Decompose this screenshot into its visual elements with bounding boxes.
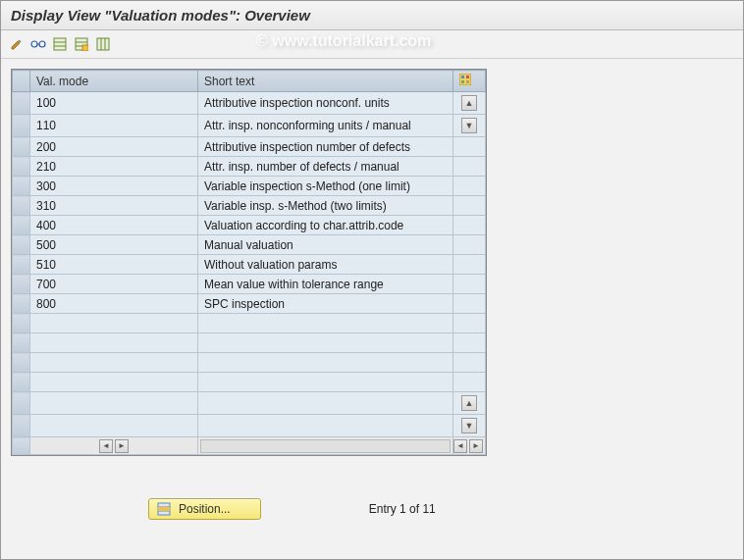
row-selector[interactable] [13, 353, 30, 373]
cell-valmode[interactable]: 210 [30, 157, 198, 177]
row-selector[interactable] [13, 196, 30, 216]
corner-cell[interactable] [13, 71, 30, 92]
page-title: Display View "Valuation modes": Overview [1, 1, 743, 30]
change-icon[interactable] [7, 34, 27, 54]
hscroll-left-icon[interactable]: ◄ [99, 439, 113, 453]
table-row[interactable]: 100Attributive inspection nonconf. units… [13, 92, 486, 115]
table-row[interactable]: 700Mean value within tolerance range [13, 275, 486, 294]
hscroll-right-icon-2[interactable]: ► [469, 439, 483, 453]
table-row[interactable] [13, 314, 486, 333]
row-selector[interactable] [13, 255, 30, 275]
table-row[interactable] [13, 333, 486, 353]
table-row[interactable] [13, 373, 486, 392]
vscroll-track [453, 373, 486, 392]
row-selector[interactable] [13, 333, 30, 353]
cell-shorttext[interactable] [198, 353, 453, 373]
vscroll-track [453, 137, 486, 157]
vscroll-track [453, 333, 486, 353]
row-selector[interactable] [13, 294, 30, 314]
cell-shorttext[interactable]: Attributive inspection number of defects [198, 137, 453, 157]
cell-shorttext[interactable]: Attr. insp. nonconforming units / manual [198, 115, 453, 137]
table-row[interactable]: 310Variable insp. s-Method (two limits) [13, 196, 486, 216]
row-selector[interactable] [13, 92, 30, 115]
table-row[interactable]: 500Manual valuation [13, 235, 486, 255]
row-selector[interactable] [13, 373, 30, 392]
cell-valmode[interactable]: 700 [30, 275, 198, 294]
table-row[interactable]: 400Valuation according to char.attrib.co… [13, 216, 486, 235]
cell-valmode[interactable]: 100 [30, 92, 198, 115]
table-row[interactable]: 800SPC inspection [13, 294, 486, 314]
row-selector[interactable] [13, 115, 30, 137]
cell-shorttext[interactable]: Attr. insp. number of defects / manual [198, 157, 453, 177]
cell-valmode[interactable] [30, 415, 198, 437]
row-selector[interactable] [13, 235, 30, 255]
cell-shorttext[interactable] [198, 415, 453, 437]
vscroll-up-icon-2[interactable]: ▲ [461, 395, 477, 411]
row-selector[interactable] [13, 392, 30, 415]
row-selector[interactable] [13, 275, 30, 294]
cell-valmode[interactable]: 300 [30, 177, 198, 196]
cell-shorttext[interactable]: Mean value within tolerance range [198, 275, 453, 294]
cell-shorttext[interactable]: Without valuation params [198, 255, 453, 275]
row-selector[interactable] [13, 177, 30, 196]
svg-rect-14 [466, 76, 469, 78]
table-icon-3[interactable] [93, 34, 113, 54]
table-row[interactable]: ▼ [13, 415, 486, 437]
hscroll-left-icon-2[interactable]: ◄ [453, 439, 467, 453]
cell-shorttext[interactable]: Manual valuation [198, 235, 453, 255]
cell-valmode[interactable]: 110 [30, 115, 198, 137]
cell-shorttext[interactable]: Variable inspection s-Method (one limit) [198, 177, 453, 196]
cell-shorttext[interactable] [198, 392, 453, 415]
toolbar [1, 30, 743, 59]
glasses-icon[interactable] [28, 34, 48, 54]
svg-rect-13 [461, 76, 464, 78]
cell-valmode[interactable]: 400 [30, 216, 198, 235]
hscroll-track[interactable] [200, 439, 451, 453]
row-selector[interactable] [13, 314, 30, 333]
cell-valmode[interactable]: 510 [30, 255, 198, 275]
table-row[interactable]: 210Attr. insp. number of defects / manua… [13, 157, 486, 177]
row-selector[interactable] [13, 415, 30, 437]
cell-shorttext[interactable]: Variable insp. s-Method (two limits) [198, 196, 453, 216]
table-icon-1[interactable] [50, 34, 70, 54]
row-selector[interactable] [13, 216, 30, 235]
table-row[interactable]: ▲ [13, 392, 486, 415]
vscroll-down-icon-2[interactable]: ▼ [461, 418, 477, 433]
cell-valmode[interactable] [30, 333, 198, 353]
position-button[interactable]: Position... [148, 498, 261, 520]
vscroll-track [453, 353, 486, 373]
cell-valmode[interactable] [30, 314, 198, 333]
cell-shorttext[interactable] [198, 373, 453, 392]
table-icon-2[interactable] [72, 34, 91, 54]
table-config-icon[interactable] [453, 71, 486, 92]
column-header-shorttext[interactable]: Short text [198, 71, 453, 92]
vscroll-down-icon[interactable]: ▼ [461, 118, 477, 133]
svg-rect-8 [82, 45, 88, 51]
table-row[interactable]: 300Variable inspection s-Method (one lim… [13, 177, 486, 196]
table-container: Val. mode Short text 100Attributive insp… [11, 69, 487, 456]
cell-valmode[interactable] [30, 392, 198, 415]
table-row[interactable]: 200Attributive inspection number of defe… [13, 137, 486, 157]
cell-valmode[interactable]: 310 [30, 196, 198, 216]
hscroll-right-icon[interactable]: ► [115, 439, 129, 453]
table-row[interactable]: 110Attr. insp. nonconforming units / man… [13, 115, 486, 137]
cell-shorttext[interactable]: Valuation according to char.attrib.code [198, 216, 453, 235]
cell-shorttext[interactable] [198, 314, 453, 333]
vscroll-track [453, 294, 486, 314]
row-selector[interactable] [13, 137, 30, 157]
cell-shorttext[interactable]: Attributive inspection nonconf. units [198, 92, 453, 115]
vscroll-up-icon[interactable]: ▲ [461, 95, 477, 111]
cell-valmode[interactable]: 200 [30, 137, 198, 157]
cell-valmode[interactable]: 500 [30, 235, 198, 255]
row-selector[interactable] [13, 157, 30, 177]
column-header-valmode[interactable]: Val. mode [30, 71, 198, 92]
svg-rect-12 [459, 74, 471, 85]
cell-shorttext[interactable]: SPC inspection [198, 294, 453, 314]
cell-valmode[interactable] [30, 353, 198, 373]
table-row[interactable] [13, 353, 486, 373]
cell-valmode[interactable]: 800 [30, 294, 198, 314]
vscroll-track [453, 157, 486, 177]
cell-shorttext[interactable] [198, 333, 453, 353]
cell-valmode[interactable] [30, 373, 198, 392]
table-row[interactable]: 510Without valuation params [13, 255, 486, 275]
